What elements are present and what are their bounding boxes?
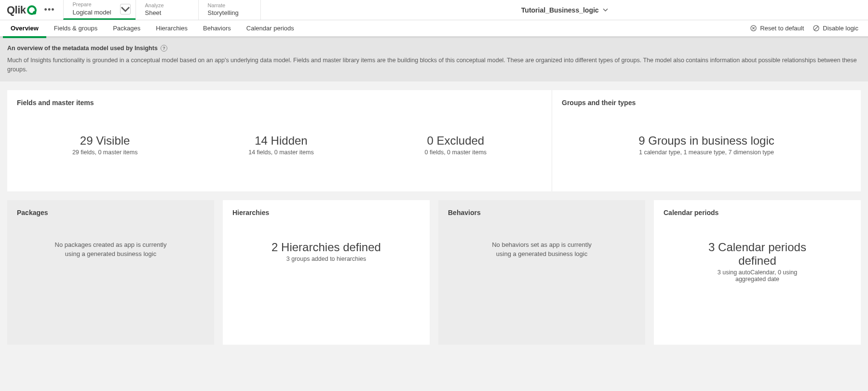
calendar-card: Calendar periods 3 Calendar periods defi… bbox=[654, 200, 861, 345]
app-title[interactable]: Tutorial_Business_logic bbox=[261, 0, 868, 20]
disable-icon bbox=[813, 25, 820, 32]
hierarchies-card: Hierarchies 2 Hierarchies defined 3 grou… bbox=[223, 200, 430, 345]
stat-sub: 0 fields, 0 master items bbox=[425, 149, 487, 156]
disable-button[interactable]: Disable logic bbox=[813, 25, 858, 32]
card-title: Groups and their types bbox=[562, 99, 851, 107]
chevron-down-icon[interactable] bbox=[120, 4, 131, 14]
card-title: Calendar periods bbox=[664, 209, 851, 216]
help-icon[interactable]: ? bbox=[161, 45, 167, 52]
stat-big: 14 Hidden bbox=[248, 134, 313, 148]
nav-tab-narrate[interactable]: Narrate Storytelling bbox=[198, 0, 261, 20]
reset-button[interactable]: Reset to default bbox=[750, 25, 804, 32]
card-title: Behaviors bbox=[448, 209, 636, 216]
subnav-fields[interactable]: Fields & groups bbox=[46, 20, 105, 36]
logo-region: Qlik ••• bbox=[0, 0, 63, 20]
behaviors-message: No behaviors set as app is currently usi… bbox=[484, 216, 600, 336]
qlik-logo[interactable]: Qlik bbox=[7, 4, 37, 16]
fields-stats: 29 Visible 29 fields, 0 master items 14 … bbox=[17, 107, 542, 183]
stat-big: 0 Excluded bbox=[425, 134, 487, 148]
nav-tab-bot: Sheet bbox=[145, 9, 190, 17]
description-body: Much of Insights functionality is ground… bbox=[7, 56, 861, 74]
cards-row-1: Fields and master items 29 Visible 29 fi… bbox=[7, 90, 861, 191]
cards-row-2: Packages No packages created as app is c… bbox=[7, 200, 861, 345]
disable-label: Disable logic bbox=[823, 25, 858, 32]
stat-sub: 3 groups added to hierarchies bbox=[286, 256, 366, 262]
stat-excluded: 0 Excluded 0 fields, 0 master items bbox=[425, 134, 487, 156]
nav-tab-prepare[interactable]: Prepare Logical model bbox=[63, 0, 136, 20]
packages-message: No packages created as app is currently … bbox=[53, 216, 169, 336]
stat-hidden: 14 Hidden 14 fields, 0 master items bbox=[248, 134, 313, 156]
stat-big: 9 Groups in business logic bbox=[638, 134, 774, 148]
nav-tab-bot: Logical model bbox=[72, 9, 116, 17]
subnav-hierarchies[interactable]: Hierarchies bbox=[148, 20, 195, 36]
subnav-calendar[interactable]: Calendar periods bbox=[239, 20, 302, 36]
stat-big: 2 Hierarchies defined bbox=[271, 241, 381, 254]
logo-icon bbox=[27, 5, 37, 15]
card-title: Hierarchies bbox=[232, 209, 420, 216]
stat-sub: 3 using autoCalendar, 0 using aggregated… bbox=[705, 269, 811, 283]
nav-tabs: Prepare Logical model Analyze Sheet Narr… bbox=[63, 0, 261, 20]
card-title: Packages bbox=[17, 209, 204, 216]
card-title: Fields and master items bbox=[17, 99, 542, 107]
top-bar: Qlik ••• Prepare Logical model Analyze S… bbox=[0, 0, 868, 20]
stat-groups: 9 Groups in business logic 1 calendar ty… bbox=[638, 134, 774, 156]
logo-text: Qlik bbox=[7, 4, 26, 16]
reset-label: Reset to default bbox=[760, 25, 804, 32]
nav-tab-analyze[interactable]: Analyze Sheet bbox=[136, 0, 198, 20]
stat-big: 29 Visible bbox=[72, 134, 137, 148]
description-title-row: An overview of the metadata model used b… bbox=[7, 44, 861, 53]
hierarchies-body: 2 Hierarchies defined 3 groups added to … bbox=[232, 216, 420, 336]
more-icon[interactable]: ••• bbox=[41, 5, 58, 15]
subnav-packages[interactable]: Packages bbox=[105, 20, 148, 36]
nav-tab-top: Narrate bbox=[207, 2, 252, 9]
groups-card: Groups and their types 9 Groups in busin… bbox=[552, 90, 861, 191]
stat-big: 3 Calendar periods defined bbox=[705, 241, 811, 268]
description-area: An overview of the metadata model used b… bbox=[0, 38, 868, 81]
nav-tab-top: Analyze bbox=[145, 2, 190, 9]
stat-sub: 29 fields, 0 master items bbox=[72, 149, 137, 156]
nav-tab-bot: Storytelling bbox=[207, 9, 252, 17]
subnav-overview[interactable]: Overview bbox=[3, 20, 46, 36]
behaviors-card: Behaviors No behaviors set as app is cur… bbox=[438, 200, 645, 345]
stat-visible: 29 Visible 29 fields, 0 master items bbox=[72, 134, 137, 156]
nav-tab-top: Prepare bbox=[72, 1, 116, 8]
stat-sub: 1 calendar type, 1 measure type, 7 dimen… bbox=[638, 149, 774, 156]
description-title: An overview of the metadata model used b… bbox=[7, 44, 158, 53]
chevron-down-icon bbox=[603, 7, 608, 13]
reset-icon bbox=[750, 25, 757, 32]
groups-stats: 9 Groups in business logic 1 calendar ty… bbox=[562, 107, 851, 183]
calendar-body: 3 Calendar periods defined 3 using autoC… bbox=[664, 216, 851, 336]
subnav: Overview Fields & groups Packages Hierar… bbox=[0, 20, 868, 38]
subnav-right: Reset to default Disable logic bbox=[750, 25, 868, 32]
subnav-behaviors[interactable]: Behaviors bbox=[195, 20, 239, 36]
app-title-text: Tutorial_Business_logic bbox=[521, 6, 599, 14]
fields-card: Fields and master items 29 Visible 29 fi… bbox=[7, 90, 552, 191]
stat-sub: 14 fields, 0 master items bbox=[248, 149, 313, 156]
packages-card: Packages No packages created as app is c… bbox=[7, 200, 214, 345]
